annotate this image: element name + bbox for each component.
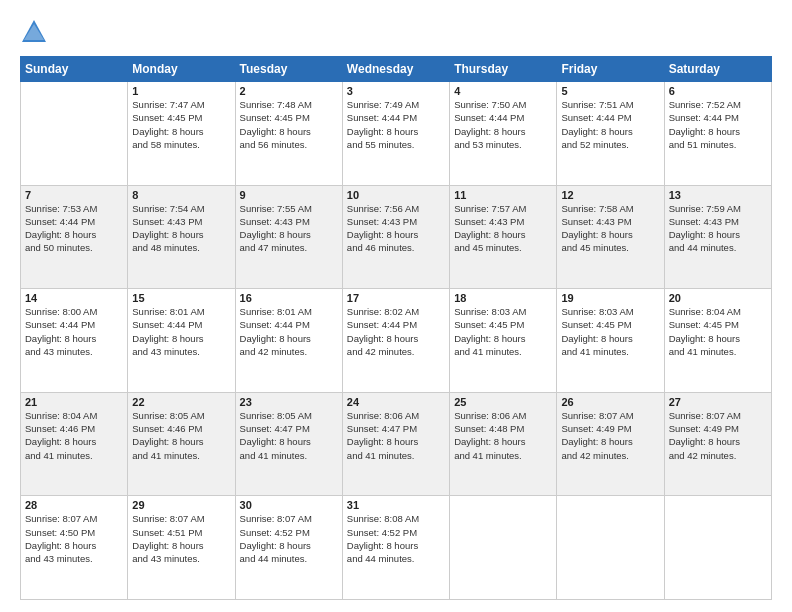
day-info: Sunrise: 7:50 AM Sunset: 4:44 PM Dayligh… bbox=[454, 98, 552, 151]
day-cell: 26Sunrise: 8:07 AM Sunset: 4:49 PM Dayli… bbox=[557, 392, 664, 496]
day-number: 14 bbox=[25, 292, 123, 304]
day-info: Sunrise: 8:04 AM Sunset: 4:45 PM Dayligh… bbox=[669, 305, 767, 358]
day-cell: 1Sunrise: 7:47 AM Sunset: 4:45 PM Daylig… bbox=[128, 82, 235, 186]
day-cell: 30Sunrise: 8:07 AM Sunset: 4:52 PM Dayli… bbox=[235, 496, 342, 600]
day-number: 28 bbox=[25, 499, 123, 511]
day-number: 16 bbox=[240, 292, 338, 304]
day-number: 21 bbox=[25, 396, 123, 408]
day-info: Sunrise: 7:47 AM Sunset: 4:45 PM Dayligh… bbox=[132, 98, 230, 151]
day-number: 19 bbox=[561, 292, 659, 304]
day-cell: 28Sunrise: 8:07 AM Sunset: 4:50 PM Dayli… bbox=[21, 496, 128, 600]
day-cell bbox=[21, 82, 128, 186]
day-info: Sunrise: 8:07 AM Sunset: 4:50 PM Dayligh… bbox=[25, 512, 123, 565]
day-info: Sunrise: 7:48 AM Sunset: 4:45 PM Dayligh… bbox=[240, 98, 338, 151]
day-number: 13 bbox=[669, 189, 767, 201]
col-header-tuesday: Tuesday bbox=[235, 57, 342, 82]
day-number: 8 bbox=[132, 189, 230, 201]
day-info: Sunrise: 8:04 AM Sunset: 4:46 PM Dayligh… bbox=[25, 409, 123, 462]
day-number: 4 bbox=[454, 85, 552, 97]
day-cell: 6Sunrise: 7:52 AM Sunset: 4:44 PM Daylig… bbox=[664, 82, 771, 186]
day-info: Sunrise: 8:01 AM Sunset: 4:44 PM Dayligh… bbox=[240, 305, 338, 358]
day-cell: 8Sunrise: 7:54 AM Sunset: 4:43 PM Daylig… bbox=[128, 185, 235, 289]
logo bbox=[20, 18, 52, 46]
day-info: Sunrise: 7:53 AM Sunset: 4:44 PM Dayligh… bbox=[25, 202, 123, 255]
day-cell: 18Sunrise: 8:03 AM Sunset: 4:45 PM Dayli… bbox=[450, 289, 557, 393]
day-number: 31 bbox=[347, 499, 445, 511]
day-cell: 31Sunrise: 8:08 AM Sunset: 4:52 PM Dayli… bbox=[342, 496, 449, 600]
day-info: Sunrise: 7:57 AM Sunset: 4:43 PM Dayligh… bbox=[454, 202, 552, 255]
day-number: 29 bbox=[132, 499, 230, 511]
day-number: 17 bbox=[347, 292, 445, 304]
day-info: Sunrise: 8:02 AM Sunset: 4:44 PM Dayligh… bbox=[347, 305, 445, 358]
day-number: 26 bbox=[561, 396, 659, 408]
day-info: Sunrise: 7:55 AM Sunset: 4:43 PM Dayligh… bbox=[240, 202, 338, 255]
day-cell: 23Sunrise: 8:05 AM Sunset: 4:47 PM Dayli… bbox=[235, 392, 342, 496]
day-info: Sunrise: 7:54 AM Sunset: 4:43 PM Dayligh… bbox=[132, 202, 230, 255]
day-cell: 24Sunrise: 8:06 AM Sunset: 4:47 PM Dayli… bbox=[342, 392, 449, 496]
day-cell: 22Sunrise: 8:05 AM Sunset: 4:46 PM Dayli… bbox=[128, 392, 235, 496]
day-info: Sunrise: 8:05 AM Sunset: 4:46 PM Dayligh… bbox=[132, 409, 230, 462]
day-cell: 15Sunrise: 8:01 AM Sunset: 4:44 PM Dayli… bbox=[128, 289, 235, 393]
day-number: 25 bbox=[454, 396, 552, 408]
week-row-1: 1Sunrise: 7:47 AM Sunset: 4:45 PM Daylig… bbox=[21, 82, 772, 186]
day-number: 10 bbox=[347, 189, 445, 201]
day-info: Sunrise: 8:08 AM Sunset: 4:52 PM Dayligh… bbox=[347, 512, 445, 565]
day-cell: 11Sunrise: 7:57 AM Sunset: 4:43 PM Dayli… bbox=[450, 185, 557, 289]
day-cell: 29Sunrise: 8:07 AM Sunset: 4:51 PM Dayli… bbox=[128, 496, 235, 600]
header bbox=[20, 18, 772, 46]
day-number: 27 bbox=[669, 396, 767, 408]
day-info: Sunrise: 7:58 AM Sunset: 4:43 PM Dayligh… bbox=[561, 202, 659, 255]
day-info: Sunrise: 7:51 AM Sunset: 4:44 PM Dayligh… bbox=[561, 98, 659, 151]
day-cell: 27Sunrise: 8:07 AM Sunset: 4:49 PM Dayli… bbox=[664, 392, 771, 496]
week-row-2: 7Sunrise: 7:53 AM Sunset: 4:44 PM Daylig… bbox=[21, 185, 772, 289]
day-info: Sunrise: 8:00 AM Sunset: 4:44 PM Dayligh… bbox=[25, 305, 123, 358]
day-number: 3 bbox=[347, 85, 445, 97]
logo-icon bbox=[20, 18, 48, 46]
day-cell: 12Sunrise: 7:58 AM Sunset: 4:43 PM Dayli… bbox=[557, 185, 664, 289]
col-header-friday: Friday bbox=[557, 57, 664, 82]
week-row-4: 21Sunrise: 8:04 AM Sunset: 4:46 PM Dayli… bbox=[21, 392, 772, 496]
day-number: 23 bbox=[240, 396, 338, 408]
day-number: 5 bbox=[561, 85, 659, 97]
day-number: 7 bbox=[25, 189, 123, 201]
header-row: SundayMondayTuesdayWednesdayThursdayFrid… bbox=[21, 57, 772, 82]
week-row-3: 14Sunrise: 8:00 AM Sunset: 4:44 PM Dayli… bbox=[21, 289, 772, 393]
day-number: 20 bbox=[669, 292, 767, 304]
day-info: Sunrise: 8:07 AM Sunset: 4:49 PM Dayligh… bbox=[669, 409, 767, 462]
day-cell: 4Sunrise: 7:50 AM Sunset: 4:44 PM Daylig… bbox=[450, 82, 557, 186]
day-cell bbox=[557, 496, 664, 600]
col-header-saturday: Saturday bbox=[664, 57, 771, 82]
day-info: Sunrise: 8:05 AM Sunset: 4:47 PM Dayligh… bbox=[240, 409, 338, 462]
day-info: Sunrise: 8:07 AM Sunset: 4:52 PM Dayligh… bbox=[240, 512, 338, 565]
day-info: Sunrise: 7:52 AM Sunset: 4:44 PM Dayligh… bbox=[669, 98, 767, 151]
day-cell: 21Sunrise: 8:04 AM Sunset: 4:46 PM Dayli… bbox=[21, 392, 128, 496]
col-header-wednesday: Wednesday bbox=[342, 57, 449, 82]
day-cell: 16Sunrise: 8:01 AM Sunset: 4:44 PM Dayli… bbox=[235, 289, 342, 393]
day-info: Sunrise: 8:01 AM Sunset: 4:44 PM Dayligh… bbox=[132, 305, 230, 358]
day-info: Sunrise: 8:06 AM Sunset: 4:47 PM Dayligh… bbox=[347, 409, 445, 462]
day-info: Sunrise: 7:49 AM Sunset: 4:44 PM Dayligh… bbox=[347, 98, 445, 151]
svg-marker-1 bbox=[24, 24, 44, 40]
day-info: Sunrise: 8:06 AM Sunset: 4:48 PM Dayligh… bbox=[454, 409, 552, 462]
col-header-sunday: Sunday bbox=[21, 57, 128, 82]
day-cell: 2Sunrise: 7:48 AM Sunset: 4:45 PM Daylig… bbox=[235, 82, 342, 186]
day-info: Sunrise: 8:07 AM Sunset: 4:51 PM Dayligh… bbox=[132, 512, 230, 565]
day-cell: 3Sunrise: 7:49 AM Sunset: 4:44 PM Daylig… bbox=[342, 82, 449, 186]
day-number: 15 bbox=[132, 292, 230, 304]
day-number: 1 bbox=[132, 85, 230, 97]
day-info: Sunrise: 7:56 AM Sunset: 4:43 PM Dayligh… bbox=[347, 202, 445, 255]
day-cell bbox=[450, 496, 557, 600]
day-cell: 14Sunrise: 8:00 AM Sunset: 4:44 PM Dayli… bbox=[21, 289, 128, 393]
day-info: Sunrise: 8:03 AM Sunset: 4:45 PM Dayligh… bbox=[561, 305, 659, 358]
day-cell: 10Sunrise: 7:56 AM Sunset: 4:43 PM Dayli… bbox=[342, 185, 449, 289]
day-number: 22 bbox=[132, 396, 230, 408]
day-info: Sunrise: 8:07 AM Sunset: 4:49 PM Dayligh… bbox=[561, 409, 659, 462]
day-number: 24 bbox=[347, 396, 445, 408]
day-cell bbox=[664, 496, 771, 600]
day-cell: 7Sunrise: 7:53 AM Sunset: 4:44 PM Daylig… bbox=[21, 185, 128, 289]
day-cell: 19Sunrise: 8:03 AM Sunset: 4:45 PM Dayli… bbox=[557, 289, 664, 393]
day-cell: 13Sunrise: 7:59 AM Sunset: 4:43 PM Dayli… bbox=[664, 185, 771, 289]
day-number: 9 bbox=[240, 189, 338, 201]
col-header-monday: Monday bbox=[128, 57, 235, 82]
day-info: Sunrise: 8:03 AM Sunset: 4:45 PM Dayligh… bbox=[454, 305, 552, 358]
